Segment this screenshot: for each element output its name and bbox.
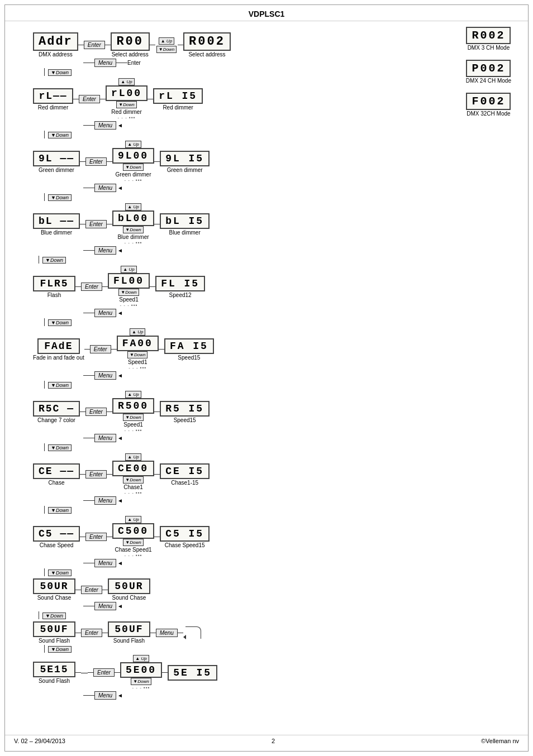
- chase-menu-row: Menu ◄: [83, 496, 439, 505]
- blue-main: bL —— Blue dimmer: [33, 213, 80, 236]
- flash-aup[interactable]: ▲ Up: [121, 266, 136, 273]
- addr-mid-label: Select address: [112, 51, 149, 58]
- fade-enter[interactable]: Enter: [90, 345, 111, 353]
- addr-right-label: Select address: [188, 51, 225, 58]
- fade-adown[interactable]: ▼Down: [127, 351, 147, 358]
- chase-right: CE I5 Chase1-15: [160, 463, 210, 486]
- sound-chase-enter[interactable]: Enter: [81, 586, 102, 594]
- sound-chase-menu[interactable]: Menu: [94, 602, 116, 610]
- sf2-menu[interactable]: Menu: [94, 691, 116, 700]
- chase-speed-right: C5 I5 Chase Speed15: [160, 526, 210, 548]
- dmx24ch-block: P002 DMX 24 CH Mode: [466, 60, 511, 84]
- sf2-aup[interactable]: ▲ Up: [133, 655, 149, 662]
- chase-speed-ydown[interactable]: ▼Down: [48, 570, 72, 576]
- chase-enter[interactable]: Enter: [85, 470, 107, 479]
- sound-flash-enter[interactable]: Enter: [81, 629, 102, 637]
- rmenu-line: [83, 125, 94, 126]
- green-enter[interactable]: Enter: [85, 157, 107, 166]
- green-section: 9L —— Green dimmer Enter ▲ Up 9L00 ▼Down…: [33, 141, 439, 201]
- addr-row: Addr DMX address Enter R00 Select addres…: [33, 32, 439, 58]
- fade-label: Fade in and fade out: [33, 355, 84, 361]
- sound-flash-ydown[interactable]: ▼Down: [48, 646, 72, 653]
- rsc-ydown[interactable]: ▼Down: [48, 444, 72, 451]
- fade-right: FA I5 Speed15: [164, 338, 214, 361]
- chase-speed-menu[interactable]: Menu: [94, 559, 116, 567]
- a-down-btn[interactable]: ▼Down: [156, 46, 177, 53]
- green-ydown[interactable]: ▼Down: [48, 194, 72, 201]
- fade-right-display: FA I5: [164, 338, 214, 354]
- a-up-btn[interactable]: ▲ Up: [159, 37, 174, 45]
- red-aup[interactable]: ▲ Up: [118, 78, 134, 85]
- menu-line-right: [116, 63, 127, 63]
- sound-chase-label: Sound Chase: [37, 595, 72, 601]
- sound-flash-label: Sound Flash: [39, 638, 70, 644]
- blue-enter[interactable]: Enter: [85, 220, 107, 228]
- chase-speed-enter[interactable]: Enter: [85, 533, 107, 541]
- footer: V. 02 – 29/04/2013 2 ©Velleman nv: [5, 735, 528, 747]
- flash-ydown[interactable]: ▼Down: [48, 319, 72, 326]
- rsc-dots: - - - ▪▪▪: [124, 428, 142, 433]
- chase-ydown[interactable]: ▼Down: [48, 507, 72, 514]
- blue-aup[interactable]: ▲ Up: [125, 203, 141, 210]
- chase-right-label: Chase1-15: [171, 480, 198, 486]
- flash-adown[interactable]: ▼Down: [118, 289, 139, 296]
- fade-menu[interactable]: Menu: [94, 371, 116, 380]
- red-section: rL—— Red dimmer Enter ▲ Up rL00 ▼Down Re…: [33, 78, 439, 138]
- sf2-adown[interactable]: ▼Down: [131, 678, 151, 685]
- red-row: rL—— Red dimmer Enter ▲ Up rL00 ▼Down Re…: [33, 78, 439, 120]
- green-right-display: 9L I5: [160, 151, 210, 166]
- sf2-menu-row: Menu ◄: [83, 691, 439, 700]
- chase-mid: ▲ Up CE00 ▼Down Chase1 - - - ▪▪▪: [112, 453, 154, 495]
- green-aup[interactable]: ▲ Up: [125, 141, 141, 148]
- blue-ydown[interactable]: ▼Down: [42, 257, 66, 264]
- sound-flash2-right: 5E I5: [168, 665, 217, 681]
- footer-version: V. 02 – 29/04/2013: [14, 738, 65, 744]
- green-dots: - - - ▪▪▪: [124, 178, 142, 183]
- sound-chase-menu-row: Menu ◄: [83, 602, 439, 610]
- chase-speed-aup[interactable]: ▲ Up: [125, 516, 141, 523]
- green-menu[interactable]: Menu: [94, 184, 116, 192]
- red-ydown[interactable]: ▼Down: [48, 132, 72, 138]
- flash-dots: - - - ▪▪▪: [120, 303, 137, 308]
- rsc-enter[interactable]: Enter: [85, 408, 107, 416]
- blue-adown[interactable]: ▼Down: [123, 226, 143, 233]
- sound-flash-section: 50UF Sound Flash Enter 50UF Sound Flash …: [33, 621, 439, 653]
- green-ydown-row: ▼Down: [39, 193, 439, 201]
- flash-mid-display: FL00: [108, 273, 150, 289]
- chase-speed-adown[interactable]: ▼Down: [123, 539, 143, 546]
- sound-flash-menu[interactable]: Menu: [156, 629, 178, 637]
- sound-chase-display: 50UR: [33, 578, 75, 594]
- red-menu[interactable]: Menu: [94, 121, 116, 130]
- enter-button-1[interactable]: Enter: [84, 41, 105, 49]
- chase-aup[interactable]: ▲ Up: [125, 453, 141, 461]
- menu-button[interactable]: Menu: [94, 59, 116, 67]
- flash-enter[interactable]: Enter: [81, 283, 102, 291]
- fade-ydown[interactable]: ▼Down: [48, 382, 72, 389]
- chase-adown[interactable]: ▼Down: [123, 476, 143, 484]
- dmx3ch-block: R002 DMX 3 CH Mode: [466, 27, 511, 51]
- rsc-aup[interactable]: ▲ Up: [125, 391, 141, 398]
- green-adown[interactable]: ▼Down: [123, 164, 143, 171]
- green-mid: ▲ Up 9L00 ▼Down Green dimmer - - - ▪▪▪: [112, 141, 154, 183]
- red-adown[interactable]: ▼Down: [116, 101, 136, 108]
- red-right-label: Red dimmer: [163, 104, 193, 111]
- addr-right-display: R002: [183, 32, 231, 51]
- sound-chase-ydown[interactable]: ▼Down: [42, 613, 66, 619]
- rsc-section: R5C — Change 7 color Enter ▲ Up R500 ▼Do…: [33, 391, 439, 451]
- chase-menu[interactable]: Menu: [94, 496, 116, 505]
- red-enter[interactable]: Enter: [79, 95, 100, 103]
- chase-speed-display: C5 ——: [33, 526, 80, 542]
- flash-section: FLR5 Flash Enter ▲ Up FL00 ▼Down Speed1 …: [33, 266, 439, 326]
- blue-display: bL ——: [33, 213, 80, 229]
- y-down-button[interactable]: ▼Down: [48, 69, 72, 76]
- rsc-adown[interactable]: ▼Down: [123, 414, 143, 421]
- flash-menu[interactable]: Menu: [94, 309, 116, 317]
- fade-menu-row: Menu ◄: [83, 371, 439, 380]
- blue-menu[interactable]: Menu: [94, 246, 116, 255]
- fade-aup[interactable]: ▲ Up: [130, 328, 145, 336]
- rsc-menu[interactable]: Menu: [94, 434, 116, 442]
- arrow-head: [183, 635, 186, 639]
- sound-flash2-enter[interactable]: Enter: [93, 668, 115, 677]
- line4: [178, 45, 183, 45]
- blue-right-display: bL I5: [160, 213, 210, 229]
